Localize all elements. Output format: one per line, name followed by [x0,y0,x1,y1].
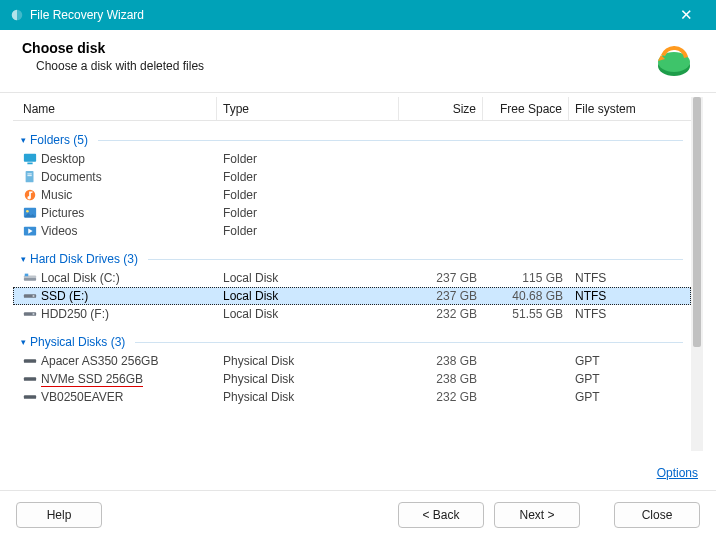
list-item[interactable]: Desktop Folder [13,150,691,168]
page-title: Choose disk [22,40,654,56]
list-item[interactable]: VB0250EAVER Physical Disk 232 GB GPT [13,388,691,406]
list-item[interactable]: Documents Folder [13,168,691,186]
svg-rect-20 [24,377,36,381]
svg-rect-21 [24,395,36,399]
group-physical-label: Physical Disks (3) [30,335,125,349]
list-item[interactable]: NVMe SSD 256GB Physical Disk 238 GB GPT [13,370,691,388]
svg-rect-6 [27,174,31,175]
list-item[interactable]: Music Folder [13,186,691,204]
wizard-header: Choose disk Choose a disk with deleted f… [0,30,716,93]
column-type[interactable]: Type [217,97,399,120]
group-folders-label: Folders (5) [30,133,88,147]
column-fs[interactable]: File system [569,97,669,120]
column-size[interactable]: Size [399,97,483,120]
svg-rect-16 [33,295,35,297]
documents-icon [23,170,37,184]
chevron-down-icon: ▾ [21,135,26,145]
divider [135,342,683,343]
group-folders[interactable]: ▾ Folders (5) [13,121,691,150]
divider [148,259,683,260]
close-icon[interactable]: ✕ [666,6,706,24]
column-name[interactable]: Name [17,97,217,120]
group-physical[interactable]: ▾ Physical Disks (3) [13,323,691,352]
svg-rect-13 [24,278,36,281]
window-title: File Recovery Wizard [30,8,666,22]
chevron-down-icon: ▾ [21,337,26,347]
svg-rect-5 [26,171,34,182]
svg-point-10 [26,210,29,213]
drive-icon [23,289,37,303]
drive-icon [23,307,37,321]
list-item-selected[interactable]: SSD (E:) Local Disk 237 GB 40.68 GB NTFS [13,287,691,305]
svg-rect-18 [33,313,35,315]
app-icon [10,8,24,22]
drive-icon [23,271,37,285]
scrollbar-thumb[interactable] [693,97,701,347]
disk-list-panel: Name Type Size Free Space File system ▾ … [12,96,704,452]
page-subtitle: Choose a disk with deleted files [22,59,654,73]
svg-rect-3 [24,154,36,162]
list-item[interactable]: Local Disk (C:) Local Disk 237 GB 115 GB… [13,269,691,287]
scrollbar[interactable] [691,97,703,451]
svg-rect-4 [27,163,32,165]
music-icon [23,188,37,202]
disk-icon [23,354,37,368]
videos-icon [23,224,37,238]
disk-icon [23,390,37,404]
options-link[interactable]: Options [657,466,698,480]
pictures-icon [23,206,37,220]
list-item[interactable]: Videos Folder [13,222,691,240]
list-item[interactable]: Pictures Folder [13,204,691,222]
next-button[interactable]: Next > [494,502,580,528]
list-item[interactable]: Apacer AS350 256GB Physical Disk 238 GB … [13,352,691,370]
recovery-hero-icon [654,40,694,80]
svg-rect-19 [24,359,36,363]
list-item[interactable]: HDD250 (F:) Local Disk 232 GB 51.55 GB N… [13,305,691,323]
help-button[interactable]: Help [16,502,102,528]
svg-rect-7 [27,175,31,176]
back-button[interactable]: < Back [398,502,484,528]
disk-icon [23,372,37,386]
group-drives-label: Hard Disk Drives (3) [30,252,138,266]
group-drives[interactable]: ▾ Hard Disk Drives (3) [13,240,691,269]
desktop-icon [23,152,37,166]
wizard-footer: Help < Back Next > Close [0,490,716,538]
chevron-down-icon: ▾ [21,254,26,264]
svg-rect-14 [25,274,29,277]
close-button[interactable]: Close [614,502,700,528]
divider [98,140,683,141]
titlebar: File Recovery Wizard ✕ [0,0,716,30]
column-header-row[interactable]: Name Type Size Free Space File system [13,97,691,121]
column-free[interactable]: Free Space [483,97,569,120]
